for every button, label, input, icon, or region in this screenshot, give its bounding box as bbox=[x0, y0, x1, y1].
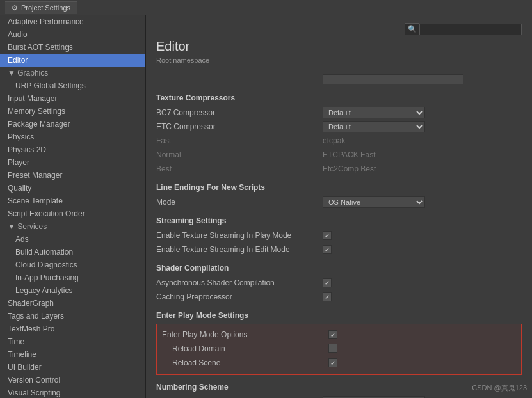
play-mode-options-label: Enter Play Mode Options bbox=[162, 330, 328, 339]
sidebar-item-preset-manager[interactable]: Preset Manager bbox=[0, 169, 145, 182]
main-container: Adaptive PerformanceAudioBurst AOT Setti… bbox=[0, 15, 532, 398]
normal-row: Normal ETCPACK Fast bbox=[156, 148, 522, 161]
game-object-naming-row: Game Object Naming Prefab (1) bbox=[156, 395, 522, 398]
sidebar-item-graphics[interactable]: ▼ Graphics bbox=[0, 67, 145, 79]
normal-label: Normal bbox=[156, 150, 323, 159]
streaming-header: Streaming Settings bbox=[156, 216, 522, 225]
reload-scene-checkbox[interactable] bbox=[328, 358, 337, 367]
sidebar-item-burst-aot[interactable]: Burst AOT Settings bbox=[0, 41, 145, 54]
watermark: CSDN @真鬼123 bbox=[472, 383, 527, 393]
play-mode-box: Enter Play Mode Options Reload Domain Re… bbox=[156, 324, 522, 375]
normal-value: ETCPACK Fast bbox=[323, 150, 522, 159]
enable-play-checkbox[interactable] bbox=[323, 231, 332, 240]
namespace-input[interactable] bbox=[323, 74, 463, 84]
bc7-select[interactable]: Default bbox=[323, 107, 425, 118]
gear-icon: ⚙ bbox=[12, 4, 18, 12]
sidebar-item-player[interactable]: Player bbox=[0, 156, 145, 169]
texture-compressors-header: Texture Compressors bbox=[156, 93, 522, 102]
root-namespace-label: Root namespace bbox=[156, 56, 522, 64]
title-bar-label: Project Settings bbox=[21, 4, 70, 12]
fast-label: Fast bbox=[156, 136, 323, 145]
reload-domain-check bbox=[328, 344, 516, 354]
caching-checkbox[interactable] bbox=[323, 292, 332, 301]
sidebar-item-textmesh-pro[interactable]: TextMesh Pro bbox=[0, 322, 145, 335]
play-mode-options-check bbox=[328, 330, 516, 340]
enable-play-label: Enable Texture Streaming In Play Mode bbox=[156, 231, 323, 240]
play-mode-options-checkbox[interactable] bbox=[328, 330, 337, 339]
sidebar-item-memory-settings[interactable]: Memory Settings bbox=[0, 105, 145, 118]
sidebar-item-tags-and-layers[interactable]: Tags and Layers bbox=[0, 310, 145, 322]
reload-domain-checkbox[interactable] bbox=[328, 344, 337, 353]
mode-row: Mode OS Native bbox=[156, 196, 522, 209]
sidebar-item-quality[interactable]: Quality bbox=[0, 182, 145, 195]
sidebar-item-ads[interactable]: Ads bbox=[0, 233, 145, 246]
reload-scene-row: Reload Scene bbox=[162, 356, 516, 369]
reload-scene-check bbox=[328, 358, 516, 368]
sidebar-item-build-automation[interactable]: Build Automation bbox=[0, 246, 145, 259]
sidebar-item-legacy-analytics[interactable]: Legacy Analytics bbox=[0, 284, 145, 297]
async-shader-label: Asynchronous Shader Compilation bbox=[156, 278, 323, 287]
sidebar-item-timeline[interactable]: Timeline bbox=[0, 348, 145, 361]
sidebar-item-script-execution[interactable]: Script Execution Order bbox=[0, 207, 145, 220]
etc-select[interactable]: Default bbox=[323, 121, 425, 132]
best-row: Best Etc2Comp Best bbox=[156, 163, 522, 175]
enable-edit-label: Enable Texture Streaming In Edit Mode bbox=[156, 245, 323, 254]
fast-value: etcpak bbox=[323, 136, 522, 145]
mode-select[interactable]: OS Native bbox=[323, 196, 425, 208]
reload-domain-label: Reload Domain bbox=[162, 344, 328, 353]
reload-domain-row: Reload Domain bbox=[162, 342, 516, 355]
sidebar-item-input-manager[interactable]: Input Manager bbox=[0, 92, 145, 105]
bc7-row: BC7 Compressor Default bbox=[156, 106, 522, 119]
sidebar-item-services[interactable]: ▼ Services bbox=[0, 220, 145, 233]
bc7-label: BC7 Compressor bbox=[156, 108, 323, 117]
sidebar-item-ui-builder[interactable]: UI Builder bbox=[0, 361, 145, 374]
sidebar-item-version-control[interactable]: Version Control bbox=[0, 374, 145, 386]
mode-label: Mode bbox=[156, 198, 323, 207]
shader-compilation-header: Shader Compilation bbox=[156, 264, 522, 273]
sidebar-item-in-app-purchasing[interactable]: In-App Purchasing bbox=[0, 271, 145, 284]
enable-edit-checkbox[interactable] bbox=[323, 245, 332, 254]
caching-check bbox=[323, 292, 522, 302]
async-shader-row: Asynchronous Shader Compilation bbox=[156, 276, 522, 289]
sidebar-item-physics[interactable]: Physics bbox=[0, 131, 145, 143]
sidebar: Adaptive PerformanceAudioBurst AOT Setti… bbox=[0, 15, 146, 398]
sidebar-item-urp-global[interactable]: URP Global Settings bbox=[0, 79, 145, 92]
play-mode-options-row: Enter Play Mode Options bbox=[162, 328, 516, 341]
search-row: 🔍 bbox=[156, 23, 522, 35]
enable-edit-check bbox=[323, 245, 522, 255]
sidebar-item-time[interactable]: Time bbox=[0, 335, 145, 348]
sidebar-item-physics-2d[interactable]: Physics 2D bbox=[0, 143, 145, 156]
title-bar: ⚙ Project Settings bbox=[0, 0, 532, 15]
enable-edit-row: Enable Texture Streaming In Edit Mode bbox=[156, 243, 522, 256]
etc-row: ETC Compressor Default bbox=[156, 120, 522, 133]
sidebar-item-audio[interactable]: Audio bbox=[0, 28, 145, 41]
sidebar-item-scene-template[interactable]: Scene Template bbox=[0, 195, 145, 207]
async-shader-check bbox=[323, 278, 522, 288]
line-endings-header: Line Endings For New Scripts bbox=[156, 183, 522, 192]
enable-play-row: Enable Texture Streaming In Play Mode bbox=[156, 229, 522, 242]
best-label: Best bbox=[156, 164, 323, 173]
sidebar-item-visual-scripting[interactable]: Visual Scripting bbox=[0, 386, 145, 398]
sidebar-item-adaptive-performance[interactable]: Adaptive Performance bbox=[0, 15, 145, 28]
search-input[interactable] bbox=[419, 24, 522, 35]
sidebar-item-cloud-diagnostics[interactable]: Cloud Diagnostics bbox=[0, 259, 145, 271]
caching-row: Caching Preprocessor bbox=[156, 291, 522, 303]
sidebar-item-shader-graph[interactable]: ShaderGraph bbox=[0, 297, 145, 310]
bc7-value: Default bbox=[323, 107, 522, 118]
search-icon: 🔍 bbox=[405, 23, 419, 35]
content-panel: 🔍 Editor Root namespace Texture Compress… bbox=[146, 15, 532, 398]
sidebar-item-editor[interactable]: Editor bbox=[0, 54, 145, 67]
reload-scene-label: Reload Scene bbox=[162, 358, 328, 367]
fast-row: Fast etcpak bbox=[156, 134, 522, 147]
title-bar-tab[interactable]: ⚙ Project Settings bbox=[5, 1, 77, 14]
numbering-header: Numbering Scheme bbox=[156, 383, 522, 392]
mode-value: OS Native bbox=[323, 196, 522, 208]
namespace-value bbox=[323, 74, 522, 84]
async-shader-checkbox[interactable] bbox=[323, 278, 332, 287]
page-title: Editor bbox=[156, 39, 522, 54]
namespace-row bbox=[156, 73, 522, 86]
etc-value: Default bbox=[323, 121, 522, 132]
etc-label: ETC Compressor bbox=[156, 122, 323, 131]
sidebar-item-package-manager[interactable]: Package Manager bbox=[0, 118, 145, 131]
play-mode-header: Enter Play Mode Settings bbox=[156, 311, 522, 320]
